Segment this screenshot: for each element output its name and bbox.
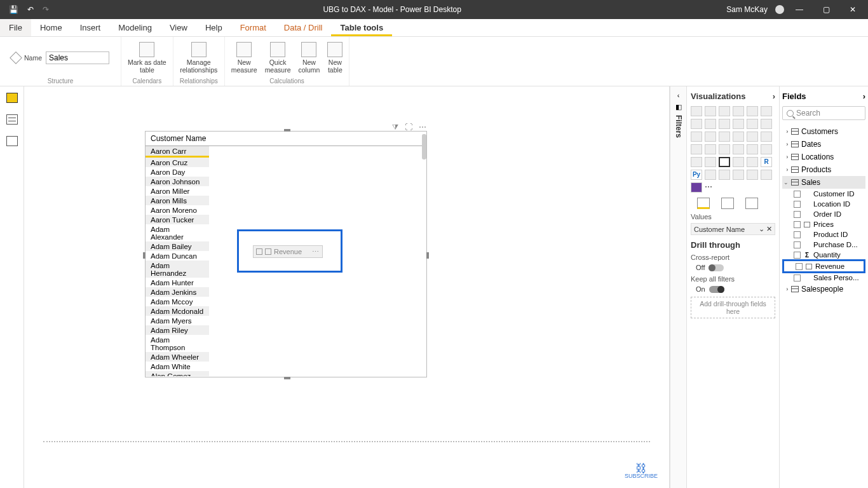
checkbox-icon[interactable] xyxy=(794,241,801,248)
viz-type-icon[interactable] xyxy=(761,132,772,142)
viz-type-icon[interactable] xyxy=(761,119,772,129)
viz-type-icon[interactable] xyxy=(761,144,772,154)
table-row[interactable]: Aaron Carr xyxy=(146,146,209,158)
report-view-icon[interactable] xyxy=(6,93,18,103)
data-view-icon[interactable] xyxy=(6,114,18,125)
filters-pane-collapsed[interactable]: ‹ ◧ Filters xyxy=(670,86,686,488)
expand-filters-icon[interactable]: ‹ xyxy=(677,92,680,99)
viz-type-icon[interactable] xyxy=(719,170,730,180)
viz-type-icon[interactable]: Py xyxy=(691,170,702,180)
table-row[interactable]: Aaron Johnson xyxy=(146,177,209,186)
table-row[interactable]: Aaron Moreno xyxy=(146,205,209,215)
table-row[interactable]: Adam Jenkins xyxy=(146,287,209,297)
collapse-icon[interactable]: › xyxy=(773,92,775,101)
table-row[interactable]: Adam Thompson xyxy=(146,335,209,352)
checkbox-icon[interactable] xyxy=(794,274,801,281)
viz-type-icon[interactable] xyxy=(761,106,772,116)
focus-icon[interactable]: ⛶ xyxy=(405,123,412,132)
new-table-button[interactable]: New table xyxy=(327,39,342,74)
format-tab[interactable] xyxy=(721,198,734,209)
viz-type-icon[interactable]: R xyxy=(761,157,772,167)
table-node-locations[interactable]: ⌄Locations xyxy=(782,151,865,163)
close-button[interactable]: ✕ xyxy=(841,0,864,19)
checkbox-icon[interactable] xyxy=(794,252,801,259)
viz-type-icon[interactable] xyxy=(733,106,744,116)
table-node-sales[interactable]: ⌄Sales xyxy=(782,176,865,189)
checkbox-icon[interactable] xyxy=(794,201,801,208)
table-row[interactable]: Aaron Miller xyxy=(146,186,209,196)
table-row[interactable]: Adam Mccoy xyxy=(146,297,209,306)
name-input[interactable] xyxy=(46,51,109,64)
chevron-down-icon[interactable]: ⌄ xyxy=(759,225,764,233)
table-row[interactable]: Adam Alexander xyxy=(146,224,209,241)
more-icon[interactable]: ⋯ xyxy=(419,123,426,132)
table-row[interactable]: Adam Bailey xyxy=(146,241,209,251)
viz-type-icon[interactable] xyxy=(733,157,744,167)
field-quantity[interactable]: ΣQuantity xyxy=(782,250,865,260)
table-row[interactable]: Adam Hunter xyxy=(146,278,209,287)
viz-type-icon[interactable] xyxy=(691,119,702,129)
maximize-button[interactable]: ▢ xyxy=(815,0,837,19)
field-revenue[interactable]: Revenue xyxy=(782,259,865,273)
tab-data-drill[interactable]: Data / Drill xyxy=(275,19,332,36)
subscribe-badge[interactable]: ⛓ SUBSCRIBE xyxy=(625,464,658,479)
field-customer-id[interactable]: Customer ID xyxy=(782,189,865,199)
search-input[interactable]: Search xyxy=(782,106,865,120)
viz-type-icon[interactable] xyxy=(747,119,758,129)
viz-type-icon[interactable] xyxy=(705,106,716,116)
table-row[interactable]: Adam Wheeler xyxy=(146,352,209,362)
field-prices[interactable]: Prices xyxy=(782,219,865,229)
redo-icon[interactable]: ↷ xyxy=(43,5,49,14)
new-measure-button[interactable]: New measure xyxy=(231,39,257,74)
tab-table-tools[interactable]: Table tools xyxy=(331,19,392,36)
viz-type-icon[interactable] xyxy=(733,144,744,154)
mark-as-date-button[interactable]: Mark as date table xyxy=(128,39,166,74)
table-node-products[interactable]: ⌄Products xyxy=(782,163,865,176)
fields-tab[interactable] xyxy=(697,198,710,209)
table-row[interactable]: Adam Duncan xyxy=(146,251,209,261)
viz-type-icon[interactable] xyxy=(719,157,730,167)
field-order-id[interactable]: Order ID xyxy=(782,209,865,219)
viz-type-icon[interactable] xyxy=(705,119,716,129)
table-row[interactable]: Adam White xyxy=(146,362,209,371)
viz-type-icon[interactable] xyxy=(719,144,730,154)
viz-type-icon[interactable] xyxy=(719,119,730,129)
scrollbar[interactable] xyxy=(422,134,426,159)
table-row[interactable]: Aaron Day xyxy=(146,167,209,177)
viz-type-icon[interactable] xyxy=(705,170,716,180)
tab-file[interactable]: File xyxy=(0,19,31,36)
viz-type-icon[interactable] xyxy=(691,157,702,167)
tab-home[interactable]: Home xyxy=(31,19,71,36)
checkbox-icon[interactable] xyxy=(794,191,801,198)
filter-icon[interactable]: ⧩ xyxy=(392,123,398,132)
value-field-chip[interactable]: Customer Name ⌄✕ xyxy=(691,223,775,235)
tab-modeling[interactable]: Modeling xyxy=(109,19,161,36)
cross-report-toggle[interactable] xyxy=(709,264,724,271)
tab-insert[interactable]: Insert xyxy=(71,19,110,36)
save-icon[interactable]: 💾 xyxy=(9,5,18,14)
drill-through-drop[interactable]: Add drill-through fields here xyxy=(691,297,775,318)
remove-field-icon[interactable]: ✕ xyxy=(766,225,772,233)
field-purchase-d-[interactable]: Purchase D... xyxy=(782,240,865,250)
undo-icon[interactable]: ↶ xyxy=(27,5,34,14)
minimize-button[interactable]: — xyxy=(788,0,811,19)
table-row[interactable]: Adam Myers xyxy=(146,316,209,325)
viz-type-icon[interactable] xyxy=(705,157,716,167)
user-name[interactable]: Sam McKay xyxy=(726,5,768,14)
table-row[interactable]: Alan Gomez xyxy=(146,371,209,376)
viz-type-icon[interactable] xyxy=(691,182,702,193)
viz-type-icon[interactable] xyxy=(691,106,702,116)
viz-type-icon[interactable] xyxy=(747,144,758,154)
keep-filters-toggle[interactable] xyxy=(709,286,724,293)
viz-type-icon[interactable] xyxy=(733,119,744,129)
avatar[interactable] xyxy=(775,5,784,14)
table-row[interactable]: Adam Mcdonald xyxy=(146,306,209,316)
table-row[interactable]: Aaron Tucker xyxy=(146,215,209,224)
table-row[interactable]: Adam Hernandez xyxy=(146,261,209,278)
viz-type-icon[interactable] xyxy=(705,144,716,154)
viz-type-icon[interactable]: ⋯ xyxy=(705,182,716,193)
report-canvas[interactable]: ⧩ ⛶ ⋯ Customer Name Aaron CarrAaron Cruz… xyxy=(24,86,670,488)
table-row[interactable]: Aaron Mills xyxy=(146,196,209,205)
viz-type-icon[interactable] xyxy=(747,157,758,167)
tab-help[interactable]: Help xyxy=(196,19,231,36)
